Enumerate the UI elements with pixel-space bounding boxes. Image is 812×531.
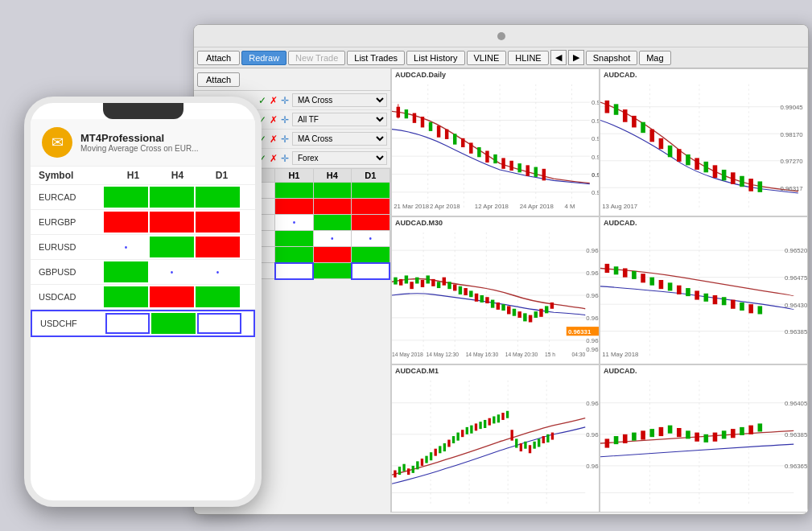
svg-rect-222 xyxy=(713,433,718,442)
svg-rect-51 xyxy=(623,109,628,122)
attach-panel-button[interactable]: Attach xyxy=(197,72,240,87)
svg-rect-195 xyxy=(533,442,535,449)
list-item[interactable]: EURUSD xyxy=(31,235,255,260)
attach-button[interactable]: Attach xyxy=(197,51,240,65)
h4-phone-cell xyxy=(150,237,194,257)
redraw-button[interactable]: Redraw xyxy=(241,51,286,65)
svg-rect-64 xyxy=(740,176,744,187)
d1-cell xyxy=(352,263,390,279)
chart-title-6: AUDCAD. xyxy=(600,365,807,377)
list-item[interactable]: EURGBP xyxy=(31,210,255,235)
svg-rect-65 xyxy=(748,179,753,191)
scanner-move-icon: ✛ xyxy=(281,134,289,145)
svg-rect-142 xyxy=(686,288,690,296)
svg-rect-184 xyxy=(484,420,486,428)
svg-text:0.96385: 0.96385 xyxy=(586,431,599,438)
desktop-select[interactable]: MA Cross xyxy=(292,93,387,107)
svg-rect-212 xyxy=(623,434,628,443)
list-item[interactable]: EURCAD xyxy=(31,185,255,210)
svg-text:0.96430: 0.96430 xyxy=(785,302,807,309)
list-trades-button[interactable]: List Trades xyxy=(347,51,405,65)
svg-text:0.96475: 0.96475 xyxy=(586,270,599,277)
svg-rect-106 xyxy=(523,313,526,321)
svg-rect-193 xyxy=(524,442,526,449)
h4-cell: • xyxy=(313,231,351,247)
symbol-label: EURGBP xyxy=(31,214,103,230)
svg-rect-14 xyxy=(413,113,416,123)
phone-notch xyxy=(103,103,183,119)
list-item[interactable]: GBPUSD xyxy=(31,260,255,285)
svg-rect-210 xyxy=(605,438,610,447)
svg-rect-220 xyxy=(695,433,699,442)
svg-rect-98 xyxy=(480,295,484,303)
chart-title-4: AUDCAD. xyxy=(600,217,807,228)
list-item[interactable]: USDCHF xyxy=(31,310,255,337)
hline-button[interactable]: HLINE xyxy=(508,51,548,65)
scanner-select[interactable]: MA Cross xyxy=(292,132,387,146)
ph-col-h4: H4 xyxy=(155,170,200,181)
svg-rect-225 xyxy=(740,427,744,435)
prev-arrow-button[interactable]: ◀ xyxy=(550,50,567,65)
list-history-button[interactable]: List History xyxy=(406,51,464,65)
envelope-icon: ✉ xyxy=(52,134,64,151)
svg-text:0.95495: 0.95495 xyxy=(591,189,599,196)
svg-rect-21 xyxy=(469,142,472,153)
svg-rect-88 xyxy=(426,275,429,283)
svg-rect-216 xyxy=(659,427,664,436)
snapshot-button[interactable]: Snapshot xyxy=(586,51,637,65)
svg-text:0.96295: 0.96295 xyxy=(586,346,599,353)
svg-rect-199 xyxy=(551,433,554,440)
svg-rect-227 xyxy=(758,423,763,431)
svg-rect-52 xyxy=(632,116,637,128)
svg-text:14 May 12:30: 14 May 12:30 xyxy=(426,352,459,358)
next-arrow-button[interactable]: ▶ xyxy=(568,50,584,65)
svg-rect-170 xyxy=(421,459,423,466)
svg-text:12 Apr 2018: 12 Apr 2018 xyxy=(475,203,509,210)
svg-rect-57 xyxy=(677,149,682,162)
chart-area: AUDCAD.Daily xyxy=(391,68,808,512)
svg-text:0.97270: 0.97270 xyxy=(780,158,803,165)
mag-button[interactable]: Mag xyxy=(639,51,670,65)
symbols-select[interactable]: Forex xyxy=(292,151,387,165)
h1-cell xyxy=(275,231,313,247)
d1-phone-cell xyxy=(196,261,240,282)
svg-rect-178 xyxy=(456,433,459,441)
svg-rect-145 xyxy=(713,295,718,304)
svg-rect-83 xyxy=(399,279,402,286)
svg-rect-182 xyxy=(475,423,477,430)
list-item[interactable]: USDCAD xyxy=(31,285,255,310)
svg-text:14 May 16:30: 14 May 16:30 xyxy=(466,352,499,358)
svg-text:4 M: 4 M xyxy=(565,203,575,210)
h4-cell xyxy=(313,263,351,279)
desktop-move-icon: ✛ xyxy=(281,95,289,106)
svg-text:2 Apr 2018: 2 Apr 2018 xyxy=(430,203,460,210)
svg-text:0.99045: 0.99045 xyxy=(591,117,599,125)
svg-rect-110 xyxy=(545,306,548,313)
svg-rect-92 xyxy=(447,282,451,289)
svg-text:0.96405: 0.96405 xyxy=(586,400,599,407)
svg-rect-134 xyxy=(614,266,619,274)
h1-phone-cell xyxy=(104,212,148,233)
col-d1: D1 xyxy=(352,169,390,183)
vline-button[interactable]: VLINE xyxy=(467,51,507,65)
new-trade-button[interactable]: New Trade xyxy=(288,51,345,65)
svg-rect-25 xyxy=(501,158,505,168)
h1-phone-cell xyxy=(104,286,148,307)
h1-cell xyxy=(275,199,313,215)
svg-rect-54 xyxy=(649,130,654,142)
svg-rect-167 xyxy=(407,468,410,475)
svg-rect-149 xyxy=(748,304,753,313)
phone-rows: EURCADEURGBPEURUSDGBPUSDUSDCADUSDCHF xyxy=(31,185,255,337)
h4-cell xyxy=(313,247,351,263)
col-h1: H1 xyxy=(275,169,313,183)
svg-rect-146 xyxy=(722,297,727,305)
chart-svg-1: 0.99945 0.99045 0.98170 0.97270 0.96317 … xyxy=(392,80,599,214)
workspace-select[interactable]: All TF xyxy=(292,113,387,126)
d1-cell xyxy=(352,247,390,263)
mobile-phone: ✉ MT4Professional Moving Average Cross o… xyxy=(24,97,262,507)
svg-rect-138 xyxy=(649,278,654,286)
symbol-label: GBPUSD xyxy=(31,264,103,280)
svg-rect-29 xyxy=(534,167,538,177)
symbol-label: EURCAD xyxy=(31,189,103,205)
svg-rect-221 xyxy=(704,434,709,442)
